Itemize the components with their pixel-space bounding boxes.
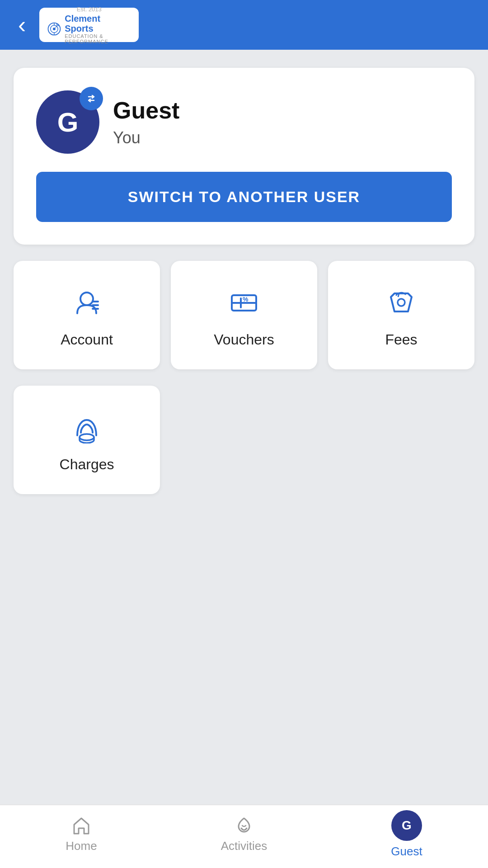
nav-activities[interactable]: Activities [163,816,325,853]
activities-nav-label: Activities [221,839,267,853]
main-content: G Guest You SWITCH TO ANOTHER USER [0,50,488,512]
switch-icon-badge [80,87,103,110]
logo-est: Est. 2013 [47,6,131,13]
svg-point-2 [53,28,56,30]
nav-home[interactable]: Home [0,816,163,853]
home-nav-label: Home [66,839,97,853]
logo-icon [47,20,61,38]
fees-card[interactable]: Fees [328,261,474,369]
user-details: Guest You [113,97,179,147]
guest-nav-avatar: G [391,810,422,841]
fees-label: Fees [385,331,417,348]
svg-point-8 [80,292,93,305]
guest-nav-label: Guest [391,844,422,859]
logo: Est. 2013 Clement Sports EDUCATION & PER… [39,8,139,42]
logo-name: Clement Sports [65,14,131,33]
bottom-nav: Home Activities G Guest [0,805,488,868]
svg-text:%: % [243,296,249,303]
charges-label: Charges [60,456,114,473]
switch-arrows-icon [85,92,98,105]
account-card[interactable]: Account [14,261,160,369]
vouchers-label: Vouchers [214,331,274,348]
user-name: Guest [113,97,179,124]
user-card: G Guest You SWITCH TO ANOTHER USER [14,68,474,245]
menu-grid-top: Account % Vouchers [14,261,474,369]
vouchers-card[interactable]: % Vouchers [171,261,317,369]
charges-card[interactable]: Charges [14,386,160,494]
avatar-wrapper: G [36,90,99,154]
home-icon [71,816,91,835]
vouchers-icon: % [228,287,260,319]
header: ‹ Est. 2013 Clement Sports EDUCATIO [0,0,488,50]
nav-guest[interactable]: G Guest [325,810,488,859]
user-sub: You [113,128,179,147]
back-button[interactable]: ‹ [18,13,26,37]
svg-point-15 [398,299,405,306]
svg-point-17 [80,434,94,440]
account-icon [71,287,103,319]
account-label: Account [61,331,113,348]
switch-to-another-user-button[interactable]: SWITCH TO ANOTHER USER [36,172,452,222]
user-info: G Guest You [36,90,452,154]
fees-icon [385,287,417,319]
menu-grid-bottom: Charges [14,386,474,494]
logo-tagline: EDUCATION & PERFORMANCE [65,33,131,44]
activities-icon [234,816,254,835]
charges-icon [71,412,103,443]
